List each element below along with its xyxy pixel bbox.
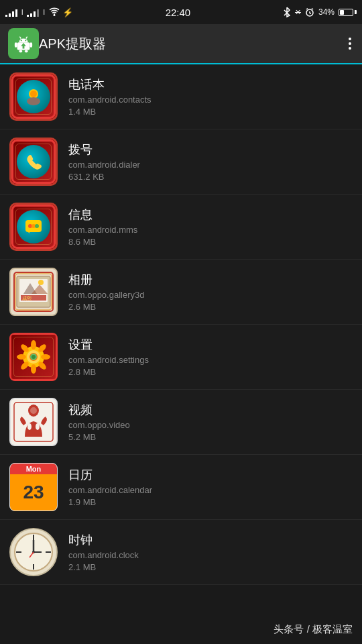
svg-point-38 xyxy=(19,343,30,354)
list-item[interactable]: 视频 com.oppo.video 5.2 MB xyxy=(0,390,362,455)
app-package: com.android.settings xyxy=(68,355,353,365)
more-dot-2 xyxy=(349,42,351,45)
app-name: 相册 xyxy=(68,272,353,288)
svg-line-10 xyxy=(26,37,27,39)
app-package: com.android.dialer xyxy=(68,160,353,170)
svg-point-7 xyxy=(21,40,22,41)
app-package: com.android.contacts xyxy=(68,95,353,105)
svg-point-51 xyxy=(30,407,37,414)
list-item[interactable]: 时钟 com.android.clock 2.1 MB xyxy=(0,520,362,585)
app-size: 631.2 KB xyxy=(68,172,353,182)
svg-point-34 xyxy=(31,340,36,350)
app-info-dialer: 拨号 com.android.dialer 631.2 KB xyxy=(68,142,353,182)
app-info-mms: 信息 com.android.mms 8.6 MB xyxy=(68,207,353,247)
app-icon-mms xyxy=(9,203,58,251)
app-info-contacts: 电话本 com.android.contacts 1.4 MB xyxy=(68,76,353,117)
android-icon xyxy=(13,34,34,54)
svg-point-35 xyxy=(31,364,36,374)
app-icon-dialer xyxy=(9,138,58,186)
app-info-video: 视频 com.oppo.video 5.2 MB xyxy=(68,402,353,442)
svg-rect-11 xyxy=(15,42,17,48)
svg-text:成熙: 成熙 xyxy=(22,296,32,301)
app-logo xyxy=(8,28,39,59)
svg-point-17 xyxy=(27,97,40,105)
svg-point-18 xyxy=(30,91,37,97)
svg-point-0 xyxy=(53,14,55,16)
svg-rect-13 xyxy=(19,50,22,52)
list-item[interactable]: 信息 com.android.mms 8.6 MB xyxy=(0,195,362,260)
app-icon-calendar: Mon 23 xyxy=(9,463,58,511)
app-icon-gallery: 成熙 xyxy=(9,268,58,316)
svg-line-4 xyxy=(306,9,308,10)
list-item[interactable]: 拨号 com.android.dialer 631.2 KB xyxy=(0,129,362,195)
network-type-2: l xyxy=(43,8,44,16)
app-list: 电话本 com.android.contacts 1.4 MB 拨号 com.a… xyxy=(0,64,362,644)
app-name: 时钟 xyxy=(68,532,353,548)
battery-indicator xyxy=(339,9,357,16)
app-name: 电话本 xyxy=(68,76,353,93)
signal-bars-2 xyxy=(27,7,39,17)
calendar-date: 23 xyxy=(10,474,57,511)
app-name: 拨号 xyxy=(68,142,353,158)
more-dot-1 xyxy=(349,38,351,40)
svg-line-5 xyxy=(312,9,313,10)
app-info-settings: 设置 com.android.settings 2.8 MB xyxy=(68,337,353,377)
battery-percent: 34% xyxy=(318,7,335,17)
app-size: 2.8 MB xyxy=(68,367,353,377)
app-size: 2.1 MB xyxy=(68,562,353,572)
list-item[interactable]: 成熙 相册 com.oppo.gallery3d 2.6 MB xyxy=(0,260,362,325)
app-icon-contacts xyxy=(9,72,58,121)
bluetooth-icon xyxy=(283,7,291,17)
app-name: 设置 xyxy=(68,337,353,353)
app-package: com.android.calendar xyxy=(68,485,353,495)
svg-point-40 xyxy=(19,360,30,371)
list-item[interactable]: 电话本 com.android.contacts 1.4 MB xyxy=(0,64,362,129)
svg-rect-12 xyxy=(29,42,32,48)
app-icon-settings xyxy=(9,333,58,381)
svg-point-31 xyxy=(38,280,44,285)
app-package: com.oppo.gallery3d xyxy=(68,290,353,300)
status-time: 22:40 xyxy=(166,7,191,18)
svg-point-33 xyxy=(23,346,44,368)
app-name: 视频 xyxy=(68,402,353,418)
svg-point-49 xyxy=(27,423,32,430)
signal-bars-1 xyxy=(5,7,17,17)
app-info-gallery: 相册 com.oppo.gallery3d 2.6 MB xyxy=(68,272,353,312)
app-size: 1.4 MB xyxy=(68,107,353,117)
more-dot-3 xyxy=(349,47,351,50)
svg-point-44 xyxy=(30,354,37,360)
charging-icon: ⚡ xyxy=(62,7,73,17)
list-item[interactable]: 设置 com.android.settings 2.8 MB xyxy=(0,325,362,390)
svg-point-8 xyxy=(25,40,26,41)
status-left: l l ⚡ xyxy=(5,7,73,17)
svg-point-50 xyxy=(36,423,40,430)
alarm-icon xyxy=(305,7,314,17)
calendar-day-header: Mon xyxy=(10,464,57,474)
svg-point-45 xyxy=(32,355,36,359)
app-icon-clock xyxy=(9,528,58,576)
app-title: APK提取器 xyxy=(39,35,346,53)
sim-icon: ✕ xyxy=(295,8,301,17)
app-name: 日历 xyxy=(68,467,353,483)
app-package: com.android.clock xyxy=(68,550,353,560)
app-icon-video xyxy=(9,398,58,446)
app-name: 信息 xyxy=(68,207,353,223)
svg-point-22 xyxy=(35,224,39,228)
more-options-button[interactable] xyxy=(346,35,354,52)
app-info-clock: 时钟 com.android.clock 2.1 MB xyxy=(68,532,353,572)
app-package: com.oppo.video xyxy=(68,420,353,430)
app-header: APK提取器 xyxy=(0,24,362,64)
svg-rect-14 xyxy=(25,50,28,52)
list-item[interactable]: Mon 23 日历 com.android.calendar 1.9 MB xyxy=(0,455,362,520)
svg-point-37 xyxy=(41,354,50,360)
app-size: 8.6 MB xyxy=(68,237,353,247)
svg-point-36 xyxy=(17,354,26,360)
app-info-calendar: 日历 com.android.calendar 1.9 MB xyxy=(68,467,353,507)
app-size: 5.2 MB xyxy=(68,432,353,442)
network-type-1: l xyxy=(21,8,23,16)
status-right: ✕ 34% xyxy=(283,7,357,17)
svg-point-39 xyxy=(37,343,48,354)
app-size: 1.9 MB xyxy=(68,497,353,507)
svg-point-41 xyxy=(37,360,48,371)
status-bar: l l ⚡ 22:40 ✕ xyxy=(0,0,362,24)
